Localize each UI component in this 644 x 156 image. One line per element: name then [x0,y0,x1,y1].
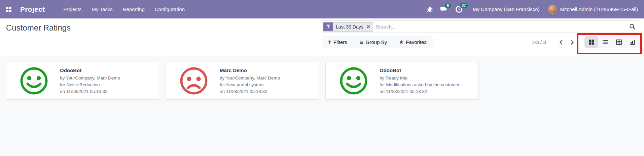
group-by-button[interactable]: Group By [353,36,393,48]
facet-label: Last 30 Days [333,22,366,31]
search-input[interactable] [373,24,629,30]
rating-card-row: OdooBot by YourCompany, Marc Demo for No… [6,62,479,100]
rating-for-line: for Noise Reduction [60,82,120,88]
favorites-button[interactable]: Favorites [393,36,433,48]
rating-by-line: by YourCompany, Marc Demo [220,75,280,82]
rating-author-name: OdooBot [60,67,120,73]
filters-button[interactable]: Filters [322,36,353,48]
rating-date-line: on 11/28/2021 05:13:32 [60,88,120,95]
apps-menu-icon[interactable] [6,7,11,12]
top-navbar: Project Projects My Tasks Reporting Conf… [0,0,644,18]
messages-icon[interactable]: 5 [440,6,448,13]
pager-range: 1-3 / 3 [532,39,546,45]
favorites-label: Favorites [406,39,427,45]
nav-item-projects[interactable]: Projects [58,0,86,18]
user-avatar[interactable] [548,5,557,14]
group-by-bars-icon [359,40,364,44]
nav-item-reporting[interactable]: Reporting [118,0,150,18]
activities-clock-icon[interactable]: 37 [455,6,463,13]
rating-by-line: by Ready Mat [380,75,460,82]
sad-rating-icon [180,67,208,95]
kanban-content-area: OdooBot by YourCompany, Marc Demo for No… [0,56,644,156]
filters-label: Filters [333,39,347,45]
pager-previous-icon[interactable] [556,38,567,46]
filter-dropdown-group: Filters Group By Favorites [322,36,433,48]
search-options-row: Filters Group By Favorites [322,36,433,48]
systray: 5 37 My Company (San Francisco) Mitchell… [419,5,638,14]
filter-funnel-icon [328,40,331,44]
rating-for-line: for New portal system [220,82,280,88]
rating-card-text: OdooBot by Ready Mat for Modifications a… [380,67,460,95]
rating-task-link[interactable]: Noise Reduction [67,82,100,87]
user-menu[interactable]: Mitchell Admin (11286969-15-0-all) [560,6,638,12]
rating-task-link[interactable]: New portal system [226,82,264,87]
rating-card[interactable]: OdooBot by YourCompany, Marc Demo for No… [6,62,159,100]
facet-remove-icon[interactable]: × [366,22,373,31]
rating-card-text: OdooBot by YourCompany, Marc Demo for No… [60,67,120,95]
nav-item-configuration[interactable]: Configuration [150,0,190,18]
activities-count-badge: 37 [460,3,468,8]
view-switcher [584,36,640,48]
graph-view-icon [630,39,636,45]
app-brand[interactable]: Project [20,5,45,13]
company-switcher[interactable]: My Company (San Francisco) [473,6,539,12]
nav-item-my-tasks[interactable]: My Tasks [86,0,117,18]
rating-task-link[interactable]: Modifications asked by the customer [386,82,460,87]
view-kanban-button[interactable] [584,36,598,48]
rating-card[interactable]: OdooBot by Ready Mat for Modifications a… [325,62,479,100]
view-graph-button[interactable] [626,36,640,48]
rating-by-line: by YourCompany, Marc Demo [60,75,120,82]
rating-for-line: for Modifications asked by the customer [380,82,460,88]
pager: 1-3 / 3 [532,36,578,48]
rating-author-name: OdooBot [380,67,460,73]
page-title: Customer Ratings [6,23,71,33]
group-by-label: Group By [366,39,387,45]
app-window: Project Projects My Tasks Reporting Conf… [0,0,644,156]
rating-date-line: on 11/28/2021 05:13:32 [220,88,280,95]
kanban-view-icon [588,39,594,45]
pivot-view-icon [616,39,622,45]
messages-count-badge: 5 [445,3,451,8]
happy-rating-icon [20,67,48,95]
list-view-icon [602,39,608,45]
pager-next-icon[interactable] [567,38,578,46]
view-list-button[interactable] [598,36,612,48]
rating-author-name: Marc Demo [220,67,280,73]
search-bar[interactable]: Last 30 Days × [322,20,639,33]
happy-rating-icon [339,67,368,95]
favorites-star-icon [399,40,404,44]
search-facet: Last 30 Days × [323,22,373,32]
facet-filter-icon [323,22,333,31]
view-pivot-button[interactable] [612,36,626,48]
rating-card-text: Marc Demo by YourCompany, Marc Demo for … [220,67,280,95]
rating-card[interactable]: Marc Demo by YourCompany, Marc Demo for … [166,62,319,100]
rating-date-line: on 11/28/2021 05:13:32 [380,88,460,95]
debug-bug-icon[interactable] [427,6,433,12]
search-icon[interactable] [629,23,636,30]
control-panel: Customer Ratings Last 30 Days × [0,18,644,55]
